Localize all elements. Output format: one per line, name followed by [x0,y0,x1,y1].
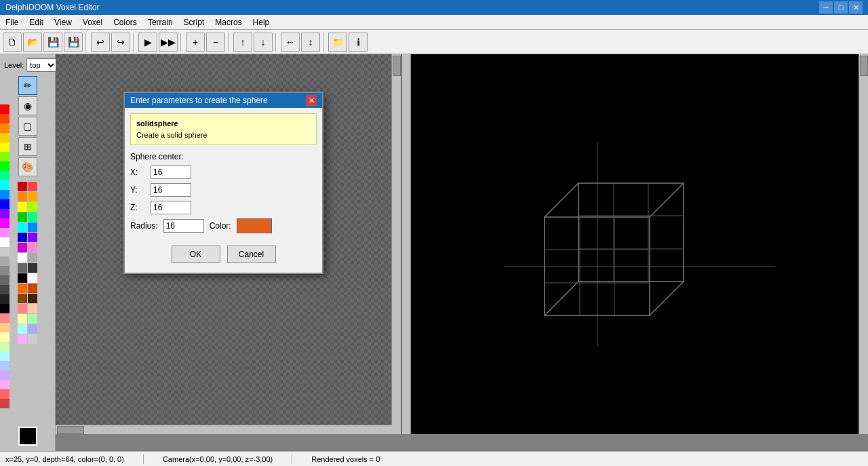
color-strip-cell-19[interactable] [0,285,9,294]
color-strip-cell-13[interactable] [0,228,9,237]
toolbar-btn-info[interactable]: ℹ [349,33,368,52]
color-swatch-4[interactable] [18,202,27,212]
fill-tool[interactable]: ◉ [18,96,37,115]
color-strip-cell-9[interactable] [0,190,9,199]
color-swatch-7[interactable] [28,212,37,222]
color-strip-cell-12[interactable] [0,218,9,228]
color-strip-cell-21[interactable] [0,304,9,313]
color-strip-cell-10[interactable] [0,199,9,209]
x-input[interactable] [151,166,191,179]
color-swatch-11[interactable] [28,233,37,242]
color-swatch-0[interactable] [18,182,27,191]
color-strip-cell-28[interactable] [0,370,9,380]
radius-input[interactable] [163,219,204,233]
color-strip-cell-30[interactable] [0,389,9,399]
color-strip-cell-6[interactable] [0,161,9,171]
color-strip-cell-11[interactable] [0,209,9,218]
toolbar-btn-flip-v[interactable]: ↕ [301,33,320,52]
ok-button[interactable]: OK [172,246,220,263]
color-strip-cell-25[interactable] [0,342,9,351]
color-swatch-31[interactable] [28,334,37,344]
color-swatch-2[interactable] [18,192,27,201]
minimize-button[interactable]: ─ [819,1,833,14]
color-swatch-14[interactable] [18,253,27,263]
toolbar-btn-open2[interactable]: 📁 [328,33,347,52]
toolbar-btn-render[interactable]: ▶ [138,33,157,52]
menu-item-script[interactable]: Script [178,16,210,28]
grid-tool[interactable]: ⊞ [18,137,37,156]
color-strip-cell-18[interactable] [0,275,9,285]
toolbar-btn-render2[interactable]: ▶▶ [159,33,178,52]
menu-item-macros[interactable]: Macros [210,16,247,28]
color-strip-cell-31[interactable] [0,399,9,408]
color-swatch-17[interactable] [28,263,37,273]
menu-item-view[interactable]: View [49,16,77,28]
color-swatch-18[interactable] [18,273,27,283]
color-swatch-5[interactable] [28,202,37,212]
color-strip-cell-14[interactable] [0,237,9,247]
color-swatch-10[interactable] [18,233,27,242]
cancel-button[interactable]: Cancel [227,246,276,263]
color-swatch-27[interactable] [28,314,37,324]
color-strip-cell-20[interactable] [0,294,9,304]
color-strip-cell-17[interactable] [0,266,9,275]
color-swatch-button[interactable] [237,218,272,233]
color-swatch-19[interactable] [28,273,37,283]
color-swatch-30[interactable] [18,334,27,344]
color-swatch-28[interactable] [18,324,27,334]
color-swatch-29[interactable] [28,324,37,334]
color-strip-cell-26[interactable] [0,351,9,361]
eraser-tool[interactable]: ▢ [18,117,37,136]
color-strip-cell-24[interactable] [0,332,9,342]
level-select[interactable]: topbottomleftrightfrontback [26,58,57,72]
color-strip-cell-4[interactable] [0,142,9,152]
toolbar-btn-save-as[interactable]: 💾 [64,33,83,52]
pencil-tool[interactable]: ✏ [18,76,37,95]
menu-item-file[interactable]: File [0,16,24,28]
toolbar-btn-open[interactable]: 📂 [23,33,42,52]
color-swatch-8[interactable] [18,222,27,232]
color-strip-cell-0[interactable] [0,104,9,114]
toolbar-btn-move-up[interactable]: ↑ [233,33,252,52]
menu-item-help[interactable]: Help [248,16,275,28]
color-swatch-21[interactable] [28,284,37,293]
color-strip-cell-15[interactable] [0,247,9,256]
color-swatch-22[interactable] [18,294,27,303]
color-strip-cell-7[interactable] [0,171,9,180]
color-strip-cell-1[interactable] [0,114,9,123]
maximize-button[interactable]: □ [834,1,848,14]
dialog-close-button[interactable]: ✕ [306,95,317,106]
color-strip-cell-16[interactable] [0,256,9,266]
toolbar-btn-flip-h[interactable]: ↔ [281,33,300,52]
toolbar-btn-zoom-in[interactable]: + [186,33,205,52]
color-strip-cell-29[interactable] [0,380,9,389]
color-swatch-12[interactable] [18,243,27,252]
color-swatch-1[interactable] [28,182,37,191]
color-strip-cell-8[interactable] [0,180,9,190]
menu-item-voxel[interactable]: Voxel [77,16,108,28]
toolbar-btn-redo[interactable]: ↪ [111,33,130,52]
color-swatch-16[interactable] [18,263,27,273]
color-strip-cell-5[interactable] [0,152,9,161]
toolbar-btn-save[interactable]: 💾 [43,33,62,52]
color-strip-cell-27[interactable] [0,361,9,370]
close-button[interactable]: ✕ [849,1,863,14]
color-swatch-26[interactable] [18,314,27,324]
color-strip-cell-23[interactable] [0,323,9,332]
color-swatch-23[interactable] [28,294,37,303]
toolbar-btn-zoom-out[interactable]: − [206,33,225,52]
menu-item-colors[interactable]: Colors [108,16,142,28]
toolbar-btn-undo[interactable]: ↩ [91,33,110,52]
color-strip-cell-22[interactable] [0,313,9,323]
color-strip-cell-3[interactable] [0,133,9,142]
color-strip-cell-2[interactable] [0,123,9,133]
color-swatch-13[interactable] [28,243,37,252]
color-swatch-24[interactable] [18,304,27,313]
color-swatch-9[interactable] [28,222,37,232]
color-picker-tool[interactable]: 🎨 [18,157,37,176]
current-color-swatch[interactable] [18,427,37,446]
toolbar-btn-new[interactable]: 🗋 [3,33,22,52]
toolbar-btn-move-down[interactable]: ↓ [254,33,273,52]
menu-item-edit[interactable]: Edit [24,16,49,28]
menu-item-terrain[interactable]: Terrain [142,16,178,28]
